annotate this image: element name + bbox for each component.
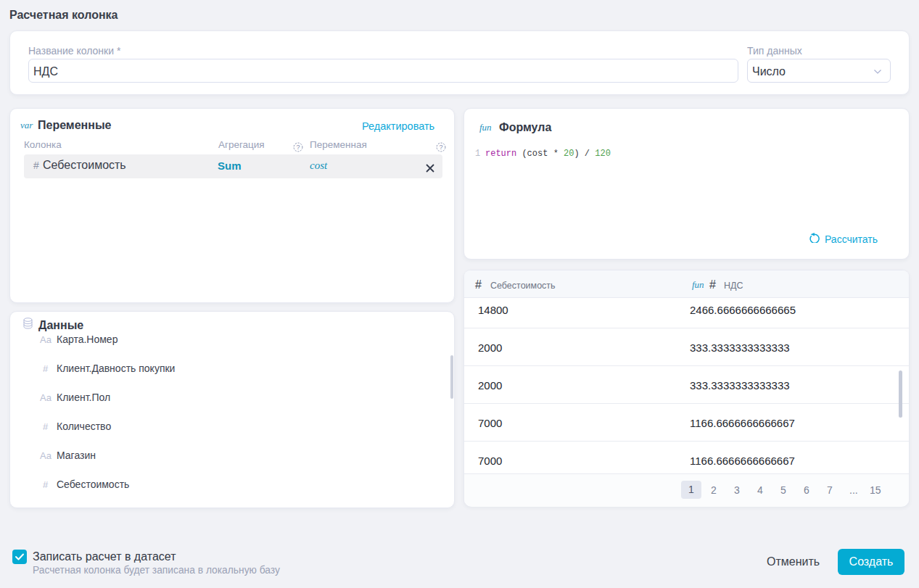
svg-text:?: ? (439, 144, 442, 151)
svg-text:?: ? (296, 144, 300, 151)
